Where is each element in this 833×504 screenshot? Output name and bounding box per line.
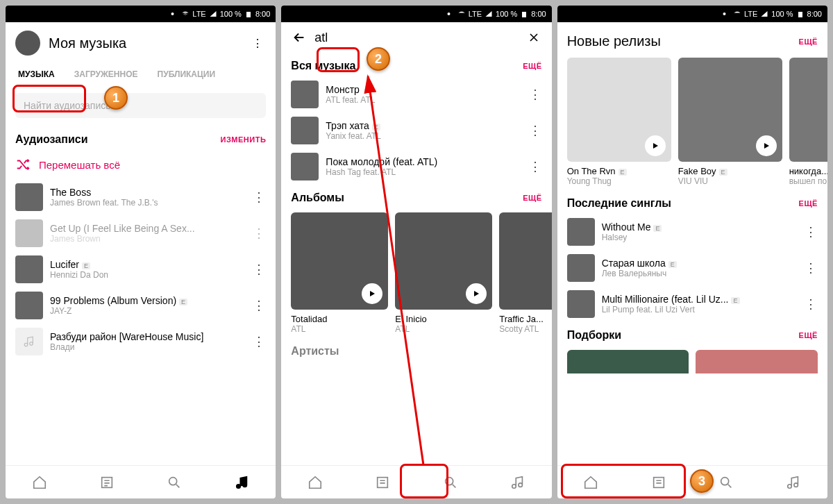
header: Моя музыка ⋮	[6, 22, 276, 64]
svg-point-11	[721, 477, 729, 485]
explicit-badge: E	[668, 261, 677, 268]
track-row[interactable]: Get Up (I Feel Like Being A Sex...James …	[6, 215, 276, 251]
back-icon[interactable]	[291, 29, 308, 46]
track-more-icon[interactable]: ⋮	[804, 260, 818, 276]
track-title: Старая школаE	[602, 258, 797, 269]
avatar[interactable]	[15, 31, 40, 56]
release-artist: Young Thug	[567, 176, 671, 186]
phone-screen-3: LTE 100 % 8:00 Новые релизы ЕЩЁ On The R…	[557, 6, 827, 498]
track-row[interactable]: 99 Problems (Album Version)EJAY-Z ⋮	[6, 287, 276, 324]
nav-feed[interactable]	[625, 466, 692, 498]
track-more-icon[interactable]: ⋮	[528, 122, 542, 139]
battery-icon	[520, 10, 528, 18]
more-link[interactable]: ЕЩЁ	[523, 62, 541, 70]
bottom-nav	[557, 465, 827, 498]
track-title: LuciferE	[50, 259, 245, 270]
more-link[interactable]: ЕЩЁ	[523, 194, 541, 202]
nav-search[interactable]	[692, 466, 759, 498]
release-artist: вышел по...	[789, 176, 827, 186]
track-art	[567, 290, 595, 318]
album-title: Totalidad	[291, 314, 388, 324]
track-artist: James Brown	[50, 234, 245, 244]
play-icon[interactable]	[645, 135, 666, 156]
track-row[interactable]: LuciferEHennizi Da Don ⋮	[6, 251, 276, 287]
shuffle-button[interactable]: Перемешать всё	[6, 150, 276, 179]
track-title: Монстр	[326, 84, 521, 95]
collection-item[interactable]	[696, 350, 818, 373]
album-art	[291, 212, 388, 310]
tab-music[interactable]: МУЗЫКА	[15, 64, 58, 85]
track-more-icon[interactable]: ⋮	[528, 86, 542, 103]
nav-search[interactable]	[141, 466, 208, 498]
track-more-icon[interactable]: ⋮	[252, 225, 266, 242]
play-icon[interactable]	[756, 135, 777, 156]
search-field[interactable]: Найти аудиозапись	[15, 93, 266, 118]
play-icon[interactable]	[466, 283, 487, 304]
clear-icon[interactable]	[525, 29, 542, 46]
release-art	[789, 58, 827, 162]
track-more-icon[interactable]: ⋮	[528, 158, 542, 175]
album-item[interactable]: Traffic Ja... Scotty ATL	[499, 212, 551, 334]
nav-home[interactable]	[6, 466, 73, 498]
search-input[interactable]	[314, 31, 518, 45]
track-art-placeholder	[15, 328, 43, 355]
release-item[interactable]: Fake BoyE VIU VIU	[678, 58, 782, 186]
track-row[interactable]: Разбуди район [WareHouse Music]Влади ⋮	[6, 324, 276, 360]
track-more-icon[interactable]: ⋮	[252, 189, 266, 205]
track-row[interactable]: Старая школаEЛев Валерьяныч ⋮	[557, 250, 827, 286]
signal-icon	[760, 10, 768, 18]
nav-home[interactable]	[281, 466, 348, 498]
page-title: Моя музыка	[49, 35, 241, 51]
track-more-icon[interactable]: ⋮	[804, 224, 818, 240]
release-title: никогда...	[789, 166, 827, 176]
more-link[interactable]: ЕЩЁ	[799, 37, 818, 46]
track-more-icon[interactable]: ⋮	[804, 296, 818, 312]
track-row[interactable]: МонстрATL feat. ATL ⋮	[281, 76, 551, 112]
album-art	[395, 212, 492, 310]
album-title: El Inicio	[395, 314, 492, 324]
track-more-icon[interactable]: ⋮	[252, 297, 266, 314]
edit-link[interactable]: ИЗМЕНИТЬ	[221, 135, 267, 144]
release-art	[678, 58, 782, 162]
more-icon[interactable]: ⋮	[249, 35, 266, 51]
nav-music[interactable]	[208, 466, 276, 498]
track-art	[291, 81, 319, 108]
releases-row[interactable]: On The RvnE Young Thug Fake BoyE VIU VIU…	[557, 53, 827, 190]
tab-downloaded[interactable]: ЗАГРУЖЕННОЕ	[71, 64, 141, 85]
release-item[interactable]: никогда... вышел по...	[789, 58, 827, 186]
svg-rect-6	[378, 477, 388, 487]
play-icon[interactable]	[362, 283, 382, 304]
track-row[interactable]: Multi Millionaire (feat. Lil Uz...ELil P…	[557, 286, 827, 322]
collection-item[interactable]	[567, 350, 689, 373]
status-bar: LTE 100 % 8:00	[6, 6, 276, 22]
key-icon	[446, 10, 455, 18]
tab-publications[interactable]: ПУБЛИКАЦИИ	[155, 64, 218, 85]
nav-home[interactable]	[557, 466, 625, 498]
album-artist: Scotty ATL	[499, 324, 551, 334]
track-row[interactable]: Трэп хатаEYanix feat. ATL ⋮	[281, 112, 551, 149]
track-more-icon[interactable]: ⋮	[252, 333, 266, 350]
nav-music[interactable]	[760, 466, 827, 498]
nav-search[interactable]	[416, 466, 484, 498]
more-link[interactable]: ЕЩЁ	[799, 199, 818, 208]
track-row[interactable]: The BossJames Brown feat. The J.B.'s ⋮	[6, 179, 276, 215]
nav-feed[interactable]	[349, 466, 416, 498]
nav-music[interactable]	[484, 466, 551, 498]
track-artist: ATL feat. ATL	[326, 95, 521, 105]
album-item[interactable]: Totalidad ATL	[291, 212, 388, 334]
release-item[interactable]: On The RvnE Young Thug	[567, 58, 671, 186]
album-item[interactable]: El Inicio ATL	[395, 212, 492, 334]
track-more-icon[interactable]: ⋮	[252, 261, 266, 278]
track-art	[291, 117, 319, 144]
svg-point-8	[723, 12, 726, 15]
more-link[interactable]: ЕЩЁ	[799, 331, 818, 339]
nav-feed[interactable]	[73, 466, 140, 498]
svg-point-7	[445, 477, 453, 485]
album-artist: ATL	[291, 324, 388, 334]
track-row[interactable]: Пока молодой (feat. ATL)Hash Tag feat. A…	[281, 149, 551, 185]
search-results: МонстрATL feat. ATL ⋮ Трэп хатаEYanix fe…	[281, 76, 551, 185]
albums-row[interactable]: Totalidad ATL El Inicio ATL Traffic Ja..…	[281, 208, 551, 338]
collections-row[interactable]	[557, 346, 827, 373]
track-row[interactable]: Without MeEHalsey ⋮	[557, 214, 827, 250]
section-all-music: Вся музыка	[291, 60, 355, 72]
